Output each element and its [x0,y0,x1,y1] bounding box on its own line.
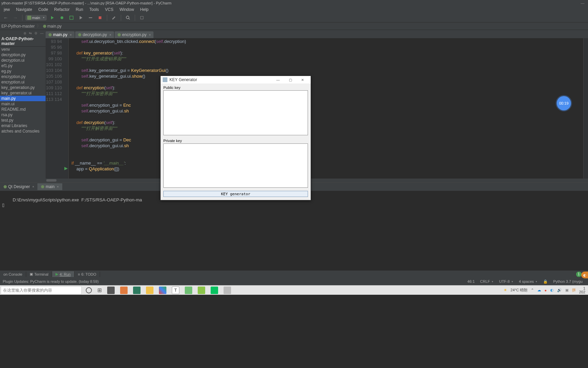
file-tree-item[interactable]: encryption.ui [0,79,46,85]
editor-fold-gutter[interactable]: ▶ [64,38,69,179]
edit-config-button[interactable] [110,14,118,21]
pycharm-icon[interactable] [133,287,141,294]
tray-app2-icon[interactable]: ◐ [550,288,554,292]
sidebar-gear-icon[interactable]: ⚙ [34,31,37,35]
dialog-title-bar[interactable]: KEY Generator — ▢ ✕ [161,76,311,83]
sidebar-target-icon[interactable]: ⊕ [23,31,26,35]
chrome-icon[interactable] [159,287,166,294]
tray-ime-icon[interactable]: 拼 [572,288,576,293]
editor-tab[interactable]: ⬣main.py× [46,31,75,38]
toolwin-run[interactable]: ▶ 4: Run [52,271,74,277]
menu-refactor[interactable]: Refactor [51,6,72,13]
menu-run[interactable]: Run [72,6,86,13]
weather-icon[interactable]: ☀ [504,288,507,292]
toolwin-python-console[interactable]: on Console [0,272,26,277]
editor-tab[interactable]: ⬣encryption.py× [115,31,153,38]
menu-code[interactable]: Code [35,6,51,13]
tray-up-icon[interactable]: ⌃ [531,288,534,292]
tray-onedrive-icon[interactable]: ☁ [537,288,541,292]
file-tree-item[interactable]: decryption.py [0,52,46,58]
run-config-selector[interactable]: main [26,15,47,20]
file-tree-item[interactable]: key_generator.ui [0,90,46,96]
status-python[interactable]: Python 3.7 (mygu [551,279,585,283]
app7-icon[interactable] [185,287,192,294]
tab-close-icon[interactable]: × [109,33,111,37]
tab-close-icon[interactable]: × [149,33,151,37]
tray-volume-icon[interactable]: 🔊 [557,288,562,292]
private-key-input[interactable] [163,143,308,188]
sidebar-collapse-icon[interactable]: ⇆ [29,31,32,35]
menu-help[interactable]: Help [137,6,152,13]
menu-window[interactable]: Window [116,6,137,13]
search-button[interactable] [124,14,132,21]
sidebar-minimize-icon[interactable]: — [40,31,44,35]
app6-icon[interactable]: T [172,287,179,294]
app8-icon[interactable] [198,287,205,294]
file-tree-item[interactable]: atches and Consoles [0,128,46,134]
file-tree-item[interactable]: main.ui [0,101,46,107]
dialog-minimize[interactable]: — [272,76,284,83]
status-lock-icon[interactable]: 🔒 [540,279,551,284]
menu-view[interactable]: iew [1,6,13,13]
tab-close-icon[interactable]: × [32,185,34,188]
file-tree-item[interactable]: encryption.py [0,74,46,79]
breadcrumb-project[interactable]: EP-Python-master [1,24,35,29]
file-tree-item[interactable]: test.py [0,118,46,123]
public-key-input[interactable] [163,90,308,135]
record-timer[interactable]: 00:19 [557,96,571,110]
editor-minimap[interactable] [583,38,588,179]
app10-icon[interactable] [224,287,231,294]
key-generator-button[interactable]: KEY generator [163,191,308,197]
editor-code[interactable]: self.ui.decryption_btn.clicked.connect(s… [69,38,583,179]
app2-icon[interactable] [120,287,128,294]
tray-app3-icon[interactable]: ▣ [565,288,569,292]
dialog-maximize[interactable]: ▢ [284,76,296,83]
run-more1-button[interactable] [77,14,85,21]
file-tree[interactable]: venvdecryption.pydecryption.uief1.pyeg.p… [0,47,46,182]
nav-forward-button[interactable]: → [12,14,19,21]
status-encoding[interactable]: UTF-8▼ [496,279,516,283]
coverage-button[interactable] [68,14,75,21]
stop-button[interactable] [96,14,104,21]
toolwin-terminal[interactable]: ▣ Terminal [26,271,52,277]
status-line-sep[interactable]: CRLF▼ [477,279,496,283]
key-generator-dialog[interactable]: KEY Generator — ▢ ✕ Public key Private k… [160,76,311,200]
debug-button[interactable] [58,14,66,21]
editor-scrollbar-h[interactable] [46,179,588,182]
breadcrumb-file[interactable]: ⬣main.py [42,24,62,29]
project-root[interactable]: A-OAEP-Python-master [0,36,46,47]
status-position[interactable]: 46:1 [465,279,477,283]
file-tree-item[interactable]: decryption.ui [0,58,46,63]
taskbar[interactable]: ⊞ T ☀ 24°C 晴朗 ⌃ ☁ ● ◐ 🔊 ▣ 拼 1202 [0,285,588,295]
weather-text[interactable]: 24°C 晴朗 [510,288,527,293]
editor-tab[interactable]: ⬣decryption.py× [75,31,114,38]
menu-vcs[interactable]: VCS [102,6,116,13]
file-tree-item[interactable]: key_generation.py [0,85,46,90]
dialog-close[interactable]: ✕ [296,76,309,83]
folder-icon[interactable] [146,287,153,294]
file-tree-item[interactable]: rsa.py [0,112,46,118]
wechat-icon[interactable] [211,287,218,294]
code-pane[interactable]: 93 94 95 96 97 98 99 100 101 102 103 104… [46,38,588,179]
console-output[interactable]: D:\Envs\mygui\Scripts\python.exe F:/STS/… [0,191,588,270]
file-tree-item[interactable]: README.md [0,107,46,112]
window-minimize[interactable]: — [578,1,587,5]
task-view-icon[interactable]: ⊞ [97,287,102,293]
start-icon[interactable] [86,287,92,293]
file-tree-item[interactable]: main.py [0,96,46,101]
run-tab[interactable]: ⬣main× [37,183,62,190]
menu-bar[interactable]: iew Navigate Code Refactor Run Tools VCS… [0,6,588,13]
status-indent[interactable]: 4 spaces▼ [516,279,540,283]
run-tab[interactable]: ⬣Qt Designer× [0,183,37,190]
toolwin-badge[interactable]: 1 [576,272,582,277]
tray-clock[interactable]: 1202 [579,287,585,294]
event-bubble[interactable]: ◐ [581,272,588,278]
menu-tools[interactable]: Tools [86,6,102,13]
menu-navigate[interactable]: Navigate [13,6,35,13]
vcs-button[interactable] [138,14,146,21]
file-tree-item[interactable]: venv [0,47,46,52]
toolwin-todo[interactable]: ≡ 6: TODO [75,272,100,277]
tray-app1-icon[interactable]: ● [544,288,547,292]
windows-search-input[interactable] [1,286,82,294]
file-tree-item[interactable]: ernal Libraries [0,123,46,128]
